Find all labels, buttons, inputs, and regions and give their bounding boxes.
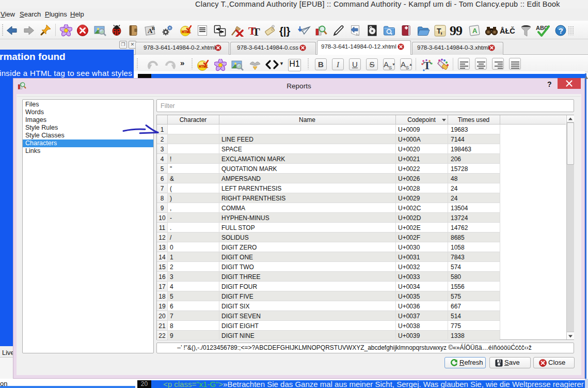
svg-text:B: B xyxy=(152,26,155,31)
svg-text:A: A xyxy=(472,27,478,35)
svg-text:HTML: HTML xyxy=(199,65,208,68)
svg-text:HTML: HTML xyxy=(182,30,191,34)
svg-text:T,: T, xyxy=(437,27,442,35)
svg-text:T: T xyxy=(252,25,260,37)
svg-text:?: ? xyxy=(559,26,563,35)
svg-text:ÅŁČ: ÅŁČ xyxy=(500,26,515,35)
svg-text:{|}: {|} xyxy=(279,25,290,37)
svg-text:99: 99 xyxy=(450,24,463,38)
